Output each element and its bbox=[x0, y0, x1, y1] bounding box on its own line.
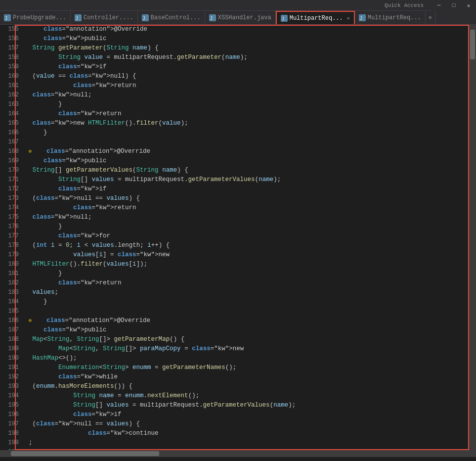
main-area: 1551561571581591601611621631641651661671… bbox=[0, 25, 476, 450]
tab-Controller[interactable]: J Controller.... bbox=[71, 11, 138, 25]
code-line: class="kw">return bbox=[29, 278, 469, 288]
line-number: 166 bbox=[2, 128, 19, 138]
line-number: 193 bbox=[2, 382, 19, 391]
tab-XSSHandler[interactable]: J XSSHandler.java bbox=[205, 11, 276, 25]
scrollbar-thumb[interactable] bbox=[470, 30, 475, 59]
code-line: } bbox=[29, 128, 469, 138]
bottom-scrollbar[interactable] bbox=[0, 450, 476, 457]
line-number: 195 bbox=[2, 401, 19, 410]
java-icon: J bbox=[142, 14, 149, 21]
code-line: class="kw">while bbox=[29, 372, 469, 382]
java-icon: J bbox=[75, 14, 82, 21]
line-number: 159 bbox=[2, 62, 19, 72]
tab-BaseControl[interactable]: J BaseControl... bbox=[138, 11, 205, 25]
line-number: 194 bbox=[2, 391, 19, 401]
tab-MultipartReq-active[interactable]: J MultipartReq... ✕ bbox=[276, 11, 355, 25]
line-number: 169 bbox=[2, 156, 19, 166]
code-line: class="annotation">@Override bbox=[29, 25, 469, 34]
line-number: 178 bbox=[2, 241, 19, 250]
line-number: 177 bbox=[2, 231, 19, 241]
code-line: ⊕ class="annotation">@Override bbox=[29, 316, 469, 325]
line-number: 199 bbox=[2, 438, 19, 448]
code-line: class="kw">public bbox=[29, 156, 469, 166]
line-number: 172 bbox=[2, 184, 19, 194]
maximize-button[interactable]: □ bbox=[446, 0, 461, 11]
code-line: String name = enumm.nextElement(); bbox=[29, 391, 469, 401]
line-number: 160 bbox=[2, 72, 19, 81]
code-line bbox=[29, 138, 469, 147]
code-line: class="kw">return bbox=[29, 81, 469, 91]
line-number: 175 bbox=[2, 213, 19, 222]
tab-label: XSSHandler.java bbox=[218, 14, 271, 21]
tab-overflow[interactable]: » bbox=[426, 11, 435, 25]
tab-label: MultipartReq... bbox=[368, 14, 421, 21]
line-number: 189 bbox=[2, 344, 19, 354]
svg-text:J: J bbox=[76, 16, 78, 21]
h-scrollbar-track bbox=[1, 451, 475, 456]
close-button[interactable]: ✕ bbox=[461, 0, 476, 11]
line-number: 173 bbox=[2, 194, 19, 203]
line-number: 171 bbox=[2, 175, 19, 184]
tab-label: Controller.... bbox=[84, 14, 133, 21]
line-number: 165 bbox=[2, 119, 19, 128]
line-number: 174 bbox=[2, 203, 19, 213]
java-icon: J bbox=[4, 14, 11, 21]
vertical-scrollbar[interactable] bbox=[469, 25, 476, 450]
line-number: 176 bbox=[2, 222, 19, 231]
line-numbers: 1551561571581591601611621631641651661671… bbox=[0, 25, 23, 450]
quick-access-label: Quick Access bbox=[385, 2, 424, 8]
code-line: class="kw">return bbox=[29, 109, 469, 119]
code-line: ⊕ class="annotation">@Override bbox=[29, 147, 469, 156]
minimize-button[interactable]: ─ bbox=[432, 0, 446, 11]
line-number: 162 bbox=[2, 91, 19, 100]
line-number: 155 bbox=[2, 25, 19, 34]
code-line: class="kw">public bbox=[29, 325, 469, 335]
tab-ProbeUpgrade[interactable]: J ProbeUpgrade... bbox=[0, 11, 71, 25]
code-line: } bbox=[29, 297, 469, 307]
line-number: 157 bbox=[2, 44, 19, 53]
svg-text:J: J bbox=[143, 16, 145, 21]
line-number: 185 bbox=[2, 307, 19, 316]
line-number: 168 bbox=[2, 147, 19, 156]
code-line: values[i] = class="kw">new bbox=[29, 250, 469, 260]
line-number: 167 bbox=[2, 138, 19, 147]
line-number: 170 bbox=[2, 166, 19, 175]
line-number: 164 bbox=[2, 109, 19, 119]
tab-close-button[interactable]: ✕ bbox=[347, 15, 350, 21]
line-number: 198 bbox=[2, 429, 19, 438]
java-icon: J bbox=[281, 15, 288, 22]
code-line: class="kw">for bbox=[29, 231, 469, 241]
line-number: 163 bbox=[2, 100, 19, 109]
line-number: 187 bbox=[2, 325, 19, 335]
line-number: 200 bbox=[2, 448, 19, 450]
tab-MultipartReq2[interactable]: J MultipartReq... bbox=[355, 11, 426, 25]
line-number: 156 bbox=[2, 34, 19, 44]
code-line: class="kw">continue bbox=[29, 429, 469, 438]
code-line: class="kw">public bbox=[29, 34, 469, 44]
tab-label: BaseControl... bbox=[151, 14, 201, 21]
svg-text:J: J bbox=[282, 17, 284, 21]
svg-text:J: J bbox=[5, 16, 7, 21]
line-number: 191 bbox=[2, 363, 19, 372]
h-scrollbar-thumb[interactable] bbox=[11, 451, 159, 456]
code-line: class="kw">if bbox=[29, 62, 469, 72]
line-number: 181 bbox=[2, 269, 19, 278]
code-editor[interactable]: class="annotation">@Override class="kw">… bbox=[23, 25, 469, 450]
code-line: Enumeration<String> enumm = getParameter… bbox=[29, 363, 469, 372]
line-number: 188 bbox=[2, 335, 19, 344]
tab-label: MultipartReq... bbox=[290, 15, 343, 22]
title-bar: Quick Access ─ □ ✕ bbox=[0, 0, 476, 11]
line-number: 158 bbox=[2, 53, 19, 62]
java-icon: J bbox=[359, 14, 366, 21]
code-line bbox=[29, 307, 469, 316]
line-number: 184 bbox=[2, 297, 19, 307]
line-number: 190 bbox=[2, 354, 19, 363]
line-number: 186 bbox=[2, 316, 19, 325]
svg-text:J: J bbox=[360, 16, 362, 21]
code-line: class="kw">if bbox=[29, 410, 469, 419]
code-line: String[] values = multipartRequest.getPa… bbox=[29, 401, 469, 410]
code-line: class="kw">if bbox=[29, 184, 469, 194]
code-line: class="kw">return bbox=[29, 203, 469, 213]
line-number: 196 bbox=[2, 410, 19, 419]
code-line: String value = multipartRequest.getParam… bbox=[29, 53, 469, 62]
